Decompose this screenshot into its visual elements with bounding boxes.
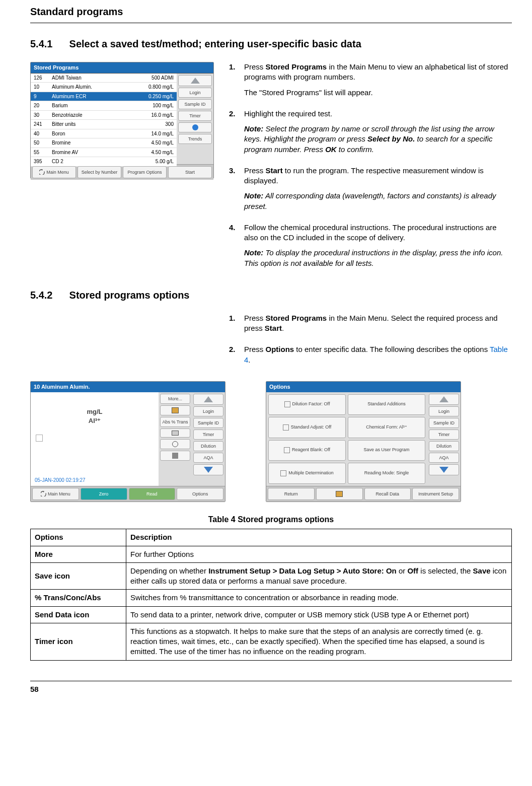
recall-data-button[interactable]: Recall Data [364, 488, 411, 500]
step-item: 1.Press Stored Programs in the Main Menu… [229, 313, 512, 339]
program-row[interactable]: 9Aluminum ECR0.250 mg/L [31, 92, 177, 101]
step-body: Highlight the required test.Note: Select… [244, 109, 512, 160]
cell: Benzotriazole [49, 110, 125, 120]
cell: 14.0 mg/L [125, 129, 177, 138]
step-note: Note: All corresponding data (wavelength… [244, 191, 512, 211]
step-para: Press Stored Programs in the Main Menu. … [244, 313, 512, 334]
return-button[interactable]: Return [268, 488, 315, 500]
cell: CD 2 [49, 157, 125, 167]
scroll-up-button[interactable] [429, 394, 459, 405]
trends-button[interactable]: Trends [178, 134, 212, 144]
option-name: More [31, 546, 126, 562]
option-description: Depending on whether Instrument Setup > … [126, 562, 512, 590]
cell: 4.50 mg/L [125, 148, 177, 157]
program-row[interactable]: 20Barium100 mg/L [31, 101, 177, 111]
login-button[interactable]: Login [193, 406, 223, 416]
save-icon-button[interactable] [160, 405, 190, 415]
program-row[interactable]: 241Bitter units300 [31, 120, 177, 129]
section-number: 5.4.2 [30, 289, 66, 302]
cell: 20 [31, 101, 49, 111]
option-tile[interactable]: Chemical Form: Al³⁺ [348, 417, 425, 438]
login-button[interactable]: Login [178, 88, 212, 98]
step-number: 2. [229, 109, 244, 160]
sample-id-button[interactable]: Sample ID [429, 418, 459, 428]
option-label: Standard Additions [367, 402, 406, 407]
program-row[interactable]: 55Bromine AV4.50 mg/L [31, 148, 177, 157]
main-menu-button[interactable]: Main Menu [32, 166, 76, 178]
program-list-table: 126ADMI Taiwan500 ADMI10Aluminum Alumin.… [31, 74, 177, 167]
program-row[interactable]: 10Aluminum Alumin.0.800 mg/L [31, 83, 177, 92]
table-row: Save iconDepending on whether Instrument… [31, 562, 512, 590]
option-label: Multiple Determination [288, 471, 334, 476]
zero-button[interactable]: Zero [81, 488, 127, 500]
scroll-up-button[interactable] [178, 75, 212, 86]
option-name: Save icon [31, 562, 126, 590]
sample-id-button[interactable]: Sample ID [193, 418, 223, 428]
option-tile[interactable]: Standard Additions [348, 394, 425, 415]
more-button[interactable]: More... [160, 394, 190, 404]
step-body: Press Start to run the program. The resp… [244, 166, 512, 217]
label: Timer [189, 113, 201, 119]
dilution-button[interactable]: Dilution [429, 441, 459, 451]
abs-trans-button[interactable]: Abs % Trans [160, 417, 190, 427]
instrument-setup-button[interactable]: Instrument Setup [412, 488, 459, 500]
program-row[interactable]: 40Boron14.0 mg/L [31, 129, 177, 138]
login-button[interactable]: Login [429, 406, 459, 416]
step-body: Follow the chemical procedural instructi… [244, 223, 512, 273]
option-icon [280, 470, 286, 476]
cell: Boron [49, 129, 125, 138]
option-tile[interactable]: Reagent Blank: Off [268, 440, 346, 461]
step-number: 3. [229, 166, 244, 217]
program-row[interactable]: 126ADMI Taiwan500 ADMI [31, 74, 177, 83]
program-row[interactable]: 30Benzotriazole16.0 mg/L [31, 110, 177, 120]
scroll-down-button[interactable] [193, 464, 223, 475]
timer-button[interactable]: Timer [429, 430, 459, 440]
aqa-button[interactable]: AQA [193, 453, 223, 463]
timer-button[interactable]: Timer [193, 430, 223, 440]
cell: 16.0 mg/L [125, 110, 177, 120]
sample-id-button[interactable]: Sample ID [178, 99, 212, 109]
step-para: The "Stored Programs" list will appear. [244, 88, 512, 98]
option-tile[interactable]: Save as User Program [348, 440, 425, 461]
folder-button[interactable] [316, 488, 363, 500]
scroll-down-button[interactable] [429, 464, 459, 475]
option-name: % Trans/Conc/Abs [31, 590, 126, 606]
step-body: Press Options to enter specific data. Th… [244, 344, 512, 370]
send-data-button[interactable] [160, 428, 190, 438]
start-button[interactable]: Start [168, 166, 212, 178]
options-button[interactable]: Options [177, 488, 223, 500]
cell: 241 [31, 120, 49, 129]
cell: 300 [125, 120, 177, 129]
option-label: Reading Mode: Single [364, 471, 409, 476]
aqa-button[interactable]: AQA [429, 453, 459, 463]
option-name: Timer icon [31, 623, 126, 660]
cell: 4.50 mg/L [125, 138, 177, 148]
option-label: Chemical Form: Al³⁺ [366, 425, 407, 430]
cell: 10 [31, 83, 49, 92]
option-tile[interactable]: Dilution Factor: Off [268, 394, 346, 415]
dilution-button[interactable]: Dilution [193, 441, 223, 451]
read-button[interactable]: Read [129, 488, 176, 500]
option-tile[interactable]: Reading Mode: Single [348, 463, 425, 484]
chevron-down-icon [204, 467, 213, 473]
main-menu-button[interactable]: Main Menu [32, 488, 79, 500]
extra-button[interactable] [160, 451, 190, 461]
table-header-description: Description [126, 529, 512, 546]
info-button[interactable] [178, 122, 212, 132]
option-name: Send Data icon [31, 606, 126, 623]
option-tile[interactable]: Standard Adjust: Off [268, 417, 346, 438]
cell: Bitter units [49, 120, 125, 129]
cell: Bromine AV [49, 148, 125, 157]
select-by-number-button[interactable]: Select by Number [78, 166, 121, 178]
program-row[interactable]: 50Bromine4.50 mg/L [31, 138, 177, 148]
chevron-up-icon [191, 78, 200, 84]
timer-button[interactable]: Timer [178, 111, 212, 121]
step-item: 2.Highlight the required test.Note: Sele… [229, 109, 512, 160]
cell: 500 ADMI [125, 74, 177, 83]
program-options-button[interactable]: Program Options [123, 166, 167, 178]
scroll-up-button[interactable] [193, 394, 223, 405]
edit-icon[interactable] [36, 435, 43, 442]
timer-icon-button[interactable] [160, 439, 190, 449]
program-row[interactable]: 395CD 25.00 g/L [31, 157, 177, 167]
option-tile[interactable]: Multiple Determination [268, 463, 346, 484]
